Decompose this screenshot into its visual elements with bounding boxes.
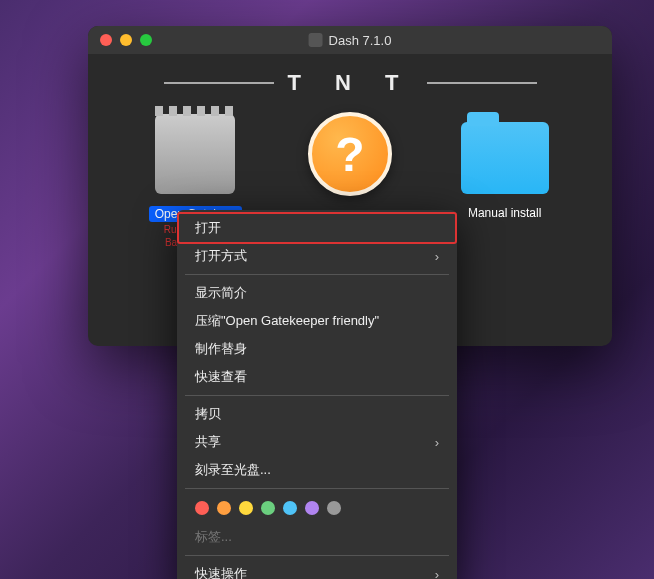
close-button[interactable]	[100, 34, 112, 46]
traffic-lights	[100, 34, 152, 46]
title-text: Dash 7.1.0	[329, 33, 392, 48]
tnt-logo: T N T	[288, 70, 413, 96]
header-line-left	[164, 82, 274, 84]
tag-color-dot[interactable]	[239, 501, 253, 515]
tag-color-dot[interactable]	[327, 501, 341, 515]
tag-color-dot[interactable]	[261, 501, 275, 515]
help-item[interactable]: ?	[275, 110, 425, 204]
separator	[185, 395, 449, 396]
separator	[185, 555, 449, 556]
menu-compress[interactable]: 压缩"Open Gatekeeper friendly"	[177, 307, 457, 335]
minimize-button[interactable]	[120, 34, 132, 46]
gatekeeper-icon	[151, 110, 239, 198]
tag-color-dot[interactable]	[195, 501, 209, 515]
help-icon: ?	[306, 110, 394, 198]
tnt-header: T N T	[108, 70, 592, 96]
menu-tags[interactable]: 标签...	[177, 523, 457, 551]
window-title: Dash 7.1.0	[309, 33, 392, 48]
tag-color-dot[interactable]	[217, 501, 231, 515]
separator	[185, 488, 449, 489]
chevron-right-icon: ›	[435, 435, 439, 450]
menu-get-info[interactable]: 显示简介	[177, 279, 457, 307]
maximize-button[interactable]	[140, 34, 152, 46]
folder-label: Manual install	[468, 206, 541, 220]
chevron-right-icon: ›	[435, 249, 439, 264]
app-icon	[309, 33, 323, 47]
menu-burn[interactable]: 刻录至光盘...	[177, 456, 457, 484]
chevron-right-icon: ›	[435, 567, 439, 580]
menu-share[interactable]: 共享›	[177, 428, 457, 456]
menu-quick-actions[interactable]: 快速操作›	[177, 560, 457, 579]
menu-quicklook[interactable]: 快速查看	[177, 363, 457, 391]
folder-item[interactable]: Manual install	[430, 110, 580, 220]
folder-icon	[461, 110, 549, 198]
context-menu: 打开 打开方式› 显示简介 压缩"Open Gatekeeper friendl…	[177, 210, 457, 579]
menu-alias[interactable]: 制作替身	[177, 335, 457, 363]
header-line-right	[427, 82, 537, 84]
menu-open-with[interactable]: 打开方式›	[177, 242, 457, 270]
tag-color-dot[interactable]	[283, 501, 297, 515]
tag-color-dot[interactable]	[305, 501, 319, 515]
titlebar: Dash 7.1.0	[88, 26, 612, 54]
tag-colors	[177, 493, 457, 523]
separator	[185, 274, 449, 275]
menu-copy[interactable]: 拷贝	[177, 400, 457, 428]
menu-open[interactable]: 打开	[177, 214, 457, 242]
